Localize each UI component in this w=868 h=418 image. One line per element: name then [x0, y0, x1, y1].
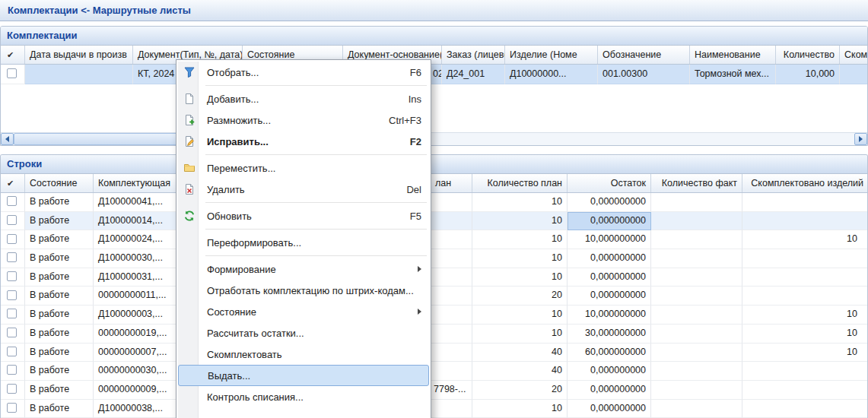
cell-component[interactable]: 00000000009,... [94, 381, 176, 400]
menu-item[interactable]: Исправить...F2 [178, 131, 429, 152]
cell-state[interactable]: В работе [25, 306, 94, 325]
cell-remainder[interactable]: 10,000000000 [568, 306, 651, 325]
menu-item[interactable]: Формирование [178, 258, 429, 280]
cell-designation[interactable]: 001.00300 [598, 65, 690, 84]
menu-item[interactable]: Состояние [178, 301, 429, 322]
row-checkbox[interactable] [7, 347, 17, 356]
cell-state[interactable]: В работе [25, 268, 94, 287]
cell-qty-fact[interactable] [651, 249, 742, 268]
cell-state[interactable]: В работе [25, 287, 94, 306]
column-header-issue-date[interactable]: Дата выдачи в произв [25, 46, 133, 64]
cell-state[interactable]: В работе [25, 193, 94, 212]
cell-qty-plan[interactable]: 40 [472, 362, 568, 381]
cell-assembled-products[interactable] [742, 381, 868, 400]
table-row[interactable]: В работе00000000011,...200,000000000 [1, 287, 867, 306]
cell-qty-fact[interactable] [651, 287, 742, 306]
table-row[interactable]: В работеД100000031,...100,000000000 [1, 268, 867, 287]
row-checkbox[interactable] [7, 271, 17, 281]
cell-qty-fact[interactable] [651, 306, 742, 325]
menu-item[interactable]: ОбновитьF5 [178, 205, 429, 226]
row-checkbox[interactable] [7, 196, 17, 206]
cell-assembled-products[interactable] [742, 287, 868, 306]
column-header-assembled-products[interactable]: Скомплектовано изделий [742, 174, 868, 192]
cell-state[interactable]: В работе [25, 212, 94, 231]
table-row[interactable]: В работеД100000003,...1010,00000000010 [1, 306, 867, 325]
column-header-component[interactable]: Комплектующая [94, 174, 176, 192]
row-checkbox[interactable] [7, 215, 17, 225]
cell-component[interactable]: Д100000041,... [94, 193, 176, 212]
cell-qty-plan[interactable]: 20 [472, 287, 568, 306]
cell-qty-plan[interactable]: 10 [472, 230, 568, 249]
cell-remainder[interactable]: 0,000000000 [568, 212, 651, 231]
cell-assembled-products[interactable] [742, 268, 868, 287]
cell-state[interactable]: В работе [25, 230, 94, 249]
cell-state[interactable]: В работе [25, 344, 94, 363]
cell-product[interactable]: Д10000000... [505, 65, 598, 84]
cell-component[interactable]: 00000000030,... [94, 362, 176, 381]
cell-qty-fact[interactable] [651, 230, 742, 249]
cell-component[interactable]: 00000000019,... [94, 325, 176, 344]
row-checkbox-cell[interactable] [1, 325, 25, 344]
menu-item[interactable]: Добавить...Ins [178, 88, 429, 109]
check-column-header[interactable]: ✔ [1, 174, 25, 192]
cell-state[interactable]: В работе [25, 400, 94, 418]
cell-qty-fact[interactable] [651, 362, 742, 381]
cell-name[interactable]: Тормозной мех... [690, 65, 776, 84]
cell-remainder[interactable]: 0,000000000 [568, 268, 651, 287]
cell-assembled-products[interactable]: 10 [742, 344, 868, 363]
menu-item[interactable]: Переместить... [178, 157, 429, 179]
cell-component[interactable]: Д100000031,... [94, 268, 176, 287]
row-checkbox[interactable] [7, 328, 17, 337]
cell-assembled-products[interactable] [742, 400, 868, 418]
cell-assembled-products[interactable] [742, 193, 868, 212]
cell-state[interactable]: В работе [25, 381, 94, 400]
cell-remainder[interactable]: 0,000000000 [568, 381, 651, 400]
menu-item[interactable]: Размножить...Ctrl+F3 [178, 109, 429, 131]
cell-state[interactable]: В работе [25, 362, 94, 381]
table-row[interactable]: В работеД100000024,...1010,00000000010 [1, 230, 867, 249]
cell-qty-fact[interactable] [651, 193, 742, 212]
cell-assembled-products[interactable] [742, 362, 868, 381]
cell-component[interactable]: Д100000038,... [94, 400, 176, 418]
cell-component[interactable]: 00000000007,... [94, 344, 176, 363]
menu-item[interactable]: Отработать комплектацию по штрих-кодам..… [178, 280, 429, 301]
column-header-name[interactable]: Наименование [690, 46, 776, 64]
cell-assembled-products[interactable]: 10 [742, 230, 868, 249]
scroll-left-button[interactable] [1, 133, 14, 145]
row-checkbox[interactable] [7, 290, 17, 300]
cell-qty-fact[interactable] [651, 268, 742, 287]
row-checkbox[interactable] [7, 234, 17, 244]
cell-assembled-products[interactable] [742, 212, 868, 231]
cell-remainder[interactable]: 0,000000000 [568, 362, 651, 381]
cell-qty-plan[interactable]: 10 [472, 193, 568, 212]
menu-item[interactable]: Выдать... [178, 365, 429, 386]
table-row[interactable]: В работе00000000007,...4060,00000000010 [1, 344, 867, 363]
row-checkbox-cell[interactable] [1, 249, 25, 268]
row-checkbox-cell[interactable] [1, 65, 25, 84]
row-checkbox-cell[interactable] [1, 287, 25, 306]
row-checkbox[interactable] [7, 68, 17, 78]
row-checkbox-cell[interactable] [1, 268, 25, 287]
cell-qty-fact[interactable] [651, 344, 742, 363]
cell-qty-plan[interactable]: 40 [472, 344, 568, 363]
cell-issue-date[interactable] [25, 65, 133, 84]
menu-item[interactable]: Скомплектовать [178, 344, 429, 365]
table-row[interactable]: В работе00000000009,...7798-...200,00000… [1, 381, 867, 400]
cell-component[interactable]: Д100000030,... [94, 249, 176, 268]
cell-qty-plan[interactable]: 20 [472, 381, 568, 400]
check-column-header[interactable]: ✔ [1, 46, 25, 64]
row-checkbox-cell[interactable] [1, 306, 25, 325]
table-row[interactable]: В работе00000000030,...400,000000000 [1, 362, 867, 381]
cell-qty-plan[interactable]: 10 [472, 306, 568, 325]
cell-order[interactable]: Д24_001 [442, 65, 505, 84]
cell-qty-plan[interactable]: 10 [472, 400, 568, 418]
cell-assembled-products[interactable]: 10 [742, 306, 868, 325]
row-checkbox-cell[interactable] [1, 212, 25, 231]
cell-component[interactable]: Д100000003,... [94, 306, 176, 325]
row-checkbox[interactable] [7, 252, 17, 262]
table-row[interactable]: В работе00000000019,...1030,00000000010 [1, 325, 867, 344]
cell-remainder[interactable]: 0,000000000 [568, 249, 651, 268]
row-checkbox-cell[interactable] [1, 230, 25, 249]
menu-item[interactable]: Отобрать...F6 [178, 62, 429, 83]
menu-item[interactable]: Рассчитать остатки... [178, 322, 429, 344]
